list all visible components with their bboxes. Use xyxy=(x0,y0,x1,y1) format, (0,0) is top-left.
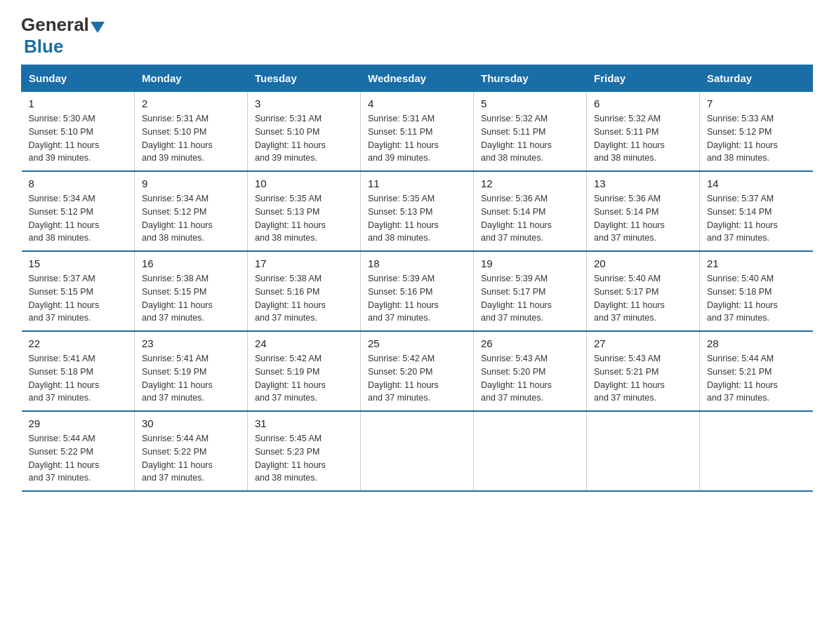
day-number: 2 xyxy=(142,98,240,109)
calendar-cell: 4 Sunrise: 5:31 AMSunset: 5:11 PMDayligh… xyxy=(361,92,474,172)
day-info: Sunrise: 5:35 AMSunset: 5:13 PMDaylight:… xyxy=(255,192,353,245)
weekday-header-monday: Monday xyxy=(135,65,248,92)
day-number: 7 xyxy=(707,98,806,109)
day-number: 15 xyxy=(29,257,128,269)
day-info: Sunrise: 5:32 AMSunset: 5:11 PMDaylight:… xyxy=(481,112,579,165)
day-info: Sunrise: 5:34 AMSunset: 5:12 PMDaylight:… xyxy=(142,192,240,245)
day-number: 25 xyxy=(368,337,466,349)
calendar-cell xyxy=(361,411,474,491)
day-info: Sunrise: 5:36 AMSunset: 5:14 PMDaylight:… xyxy=(594,192,692,245)
day-number: 16 xyxy=(142,257,240,269)
calendar-cell xyxy=(700,411,813,491)
calendar-cell xyxy=(587,411,700,491)
calendar-week-row: 22 Sunrise: 5:41 AMSunset: 5:18 PMDaylig… xyxy=(22,331,813,411)
logo-blue-text: Blue xyxy=(24,36,63,57)
header: General Blue xyxy=(21,14,813,58)
day-info: Sunrise: 5:32 AMSunset: 5:11 PMDaylight:… xyxy=(594,112,692,165)
day-info: Sunrise: 5:41 AMSunset: 5:18 PMDaylight:… xyxy=(29,352,128,405)
weekday-header-wednesday: Wednesday xyxy=(361,65,474,92)
calendar-cell: 12 Sunrise: 5:36 AMSunset: 5:14 PMDaylig… xyxy=(474,171,587,251)
calendar-cell: 3 Sunrise: 5:31 AMSunset: 5:10 PMDayligh… xyxy=(248,92,361,172)
day-info: Sunrise: 5:43 AMSunset: 5:21 PMDaylight:… xyxy=(594,352,692,405)
weekday-header-friday: Friday xyxy=(587,65,700,92)
day-number: 13 xyxy=(594,177,692,189)
calendar-cell: 27 Sunrise: 5:43 AMSunset: 5:21 PMDaylig… xyxy=(587,331,700,411)
calendar-cell: 9 Sunrise: 5:34 AMSunset: 5:12 PMDayligh… xyxy=(135,171,248,251)
day-number: 24 xyxy=(255,337,353,349)
day-number: 1 xyxy=(29,98,128,109)
calendar-cell: 28 Sunrise: 5:44 AMSunset: 5:21 PMDaylig… xyxy=(700,331,813,411)
calendar-cell: 30 Sunrise: 5:44 AMSunset: 5:22 PMDaylig… xyxy=(135,411,248,491)
calendar-cell xyxy=(474,411,587,491)
calendar-table: SundayMondayTuesdayWednesdayThursdayFrid… xyxy=(21,65,813,492)
day-number: 11 xyxy=(368,177,466,189)
day-info: Sunrise: 5:45 AMSunset: 5:23 PMDaylight:… xyxy=(255,432,353,485)
day-info: Sunrise: 5:42 AMSunset: 5:20 PMDaylight:… xyxy=(368,352,466,405)
day-number: 27 xyxy=(594,337,692,349)
day-number: 17 xyxy=(255,257,353,269)
day-info: Sunrise: 5:31 AMSunset: 5:11 PMDaylight:… xyxy=(368,112,466,165)
day-number: 10 xyxy=(255,177,353,189)
calendar-cell: 13 Sunrise: 5:36 AMSunset: 5:14 PMDaylig… xyxy=(587,171,700,251)
day-number: 8 xyxy=(29,177,128,189)
calendar-cell: 5 Sunrise: 5:32 AMSunset: 5:11 PMDayligh… xyxy=(474,92,587,172)
calendar-cell: 17 Sunrise: 5:38 AMSunset: 5:16 PMDaylig… xyxy=(248,251,361,331)
day-info: Sunrise: 5:39 AMSunset: 5:16 PMDaylight:… xyxy=(368,272,466,325)
day-info: Sunrise: 5:39 AMSunset: 5:17 PMDaylight:… xyxy=(481,272,579,325)
logo-arrow-icon xyxy=(91,22,105,33)
calendar-cell: 7 Sunrise: 5:33 AMSunset: 5:12 PMDayligh… xyxy=(700,92,813,172)
day-number: 3 xyxy=(255,98,353,109)
calendar-cell: 31 Sunrise: 5:45 AMSunset: 5:23 PMDaylig… xyxy=(248,411,361,491)
day-number: 26 xyxy=(481,337,579,349)
day-info: Sunrise: 5:30 AMSunset: 5:10 PMDaylight:… xyxy=(29,112,128,165)
day-info: Sunrise: 5:31 AMSunset: 5:10 PMDaylight:… xyxy=(142,112,240,165)
day-number: 23 xyxy=(142,337,240,349)
logo: General Blue xyxy=(21,14,106,58)
calendar-week-row: 29 Sunrise: 5:44 AMSunset: 5:22 PMDaylig… xyxy=(22,411,813,491)
calendar-cell: 24 Sunrise: 5:42 AMSunset: 5:19 PMDaylig… xyxy=(248,331,361,411)
day-info: Sunrise: 5:43 AMSunset: 5:20 PMDaylight:… xyxy=(481,352,579,405)
calendar-cell: 23 Sunrise: 5:41 AMSunset: 5:19 PMDaylig… xyxy=(135,331,248,411)
calendar-cell: 19 Sunrise: 5:39 AMSunset: 5:17 PMDaylig… xyxy=(474,251,587,331)
calendar-cell: 26 Sunrise: 5:43 AMSunset: 5:20 PMDaylig… xyxy=(474,331,587,411)
calendar-cell: 1 Sunrise: 5:30 AMSunset: 5:10 PMDayligh… xyxy=(22,92,135,172)
day-number: 5 xyxy=(481,98,579,109)
calendar-week-row: 1 Sunrise: 5:30 AMSunset: 5:10 PMDayligh… xyxy=(22,92,813,172)
day-info: Sunrise: 5:38 AMSunset: 5:15 PMDaylight:… xyxy=(142,272,240,325)
calendar-cell: 8 Sunrise: 5:34 AMSunset: 5:12 PMDayligh… xyxy=(22,171,135,251)
calendar-week-row: 15 Sunrise: 5:37 AMSunset: 5:15 PMDaylig… xyxy=(22,251,813,331)
day-info: Sunrise: 5:36 AMSunset: 5:14 PMDaylight:… xyxy=(481,192,579,245)
day-info: Sunrise: 5:44 AMSunset: 5:22 PMDaylight:… xyxy=(29,432,128,485)
day-number: 31 xyxy=(255,417,353,429)
calendar-cell: 11 Sunrise: 5:35 AMSunset: 5:13 PMDaylig… xyxy=(361,171,474,251)
calendar-header-row: SundayMondayTuesdayWednesdayThursdayFrid… xyxy=(22,65,813,92)
day-number: 4 xyxy=(368,98,466,109)
weekday-header-thursday: Thursday xyxy=(474,65,587,92)
day-number: 28 xyxy=(707,337,806,349)
calendar-cell: 15 Sunrise: 5:37 AMSunset: 5:15 PMDaylig… xyxy=(22,251,135,331)
calendar-cell: 14 Sunrise: 5:37 AMSunset: 5:14 PMDaylig… xyxy=(700,171,813,251)
day-number: 21 xyxy=(707,257,806,269)
calendar-cell: 22 Sunrise: 5:41 AMSunset: 5:18 PMDaylig… xyxy=(22,331,135,411)
calendar-cell: 25 Sunrise: 5:42 AMSunset: 5:20 PMDaylig… xyxy=(361,331,474,411)
day-number: 30 xyxy=(142,417,240,429)
day-info: Sunrise: 5:44 AMSunset: 5:22 PMDaylight:… xyxy=(142,432,240,485)
day-number: 12 xyxy=(481,177,579,189)
logo-general-text: General xyxy=(21,14,89,36)
weekday-header-tuesday: Tuesday xyxy=(248,65,361,92)
day-number: 18 xyxy=(368,257,466,269)
day-info: Sunrise: 5:35 AMSunset: 5:13 PMDaylight:… xyxy=(368,192,466,245)
day-info: Sunrise: 5:42 AMSunset: 5:19 PMDaylight:… xyxy=(255,352,353,405)
day-info: Sunrise: 5:40 AMSunset: 5:18 PMDaylight:… xyxy=(707,272,806,325)
calendar-cell: 10 Sunrise: 5:35 AMSunset: 5:13 PMDaylig… xyxy=(248,171,361,251)
calendar-cell: 18 Sunrise: 5:39 AMSunset: 5:16 PMDaylig… xyxy=(361,251,474,331)
day-info: Sunrise: 5:37 AMSunset: 5:15 PMDaylight:… xyxy=(29,272,128,325)
day-info: Sunrise: 5:40 AMSunset: 5:17 PMDaylight:… xyxy=(594,272,692,325)
day-info: Sunrise: 5:38 AMSunset: 5:16 PMDaylight:… xyxy=(255,272,353,325)
day-number: 19 xyxy=(481,257,579,269)
calendar-cell: 16 Sunrise: 5:38 AMSunset: 5:15 PMDaylig… xyxy=(135,251,248,331)
day-info: Sunrise: 5:31 AMSunset: 5:10 PMDaylight:… xyxy=(255,112,353,165)
day-info: Sunrise: 5:44 AMSunset: 5:21 PMDaylight:… xyxy=(707,352,806,405)
day-info: Sunrise: 5:41 AMSunset: 5:19 PMDaylight:… xyxy=(142,352,240,405)
calendar-week-row: 8 Sunrise: 5:34 AMSunset: 5:12 PMDayligh… xyxy=(22,171,813,251)
